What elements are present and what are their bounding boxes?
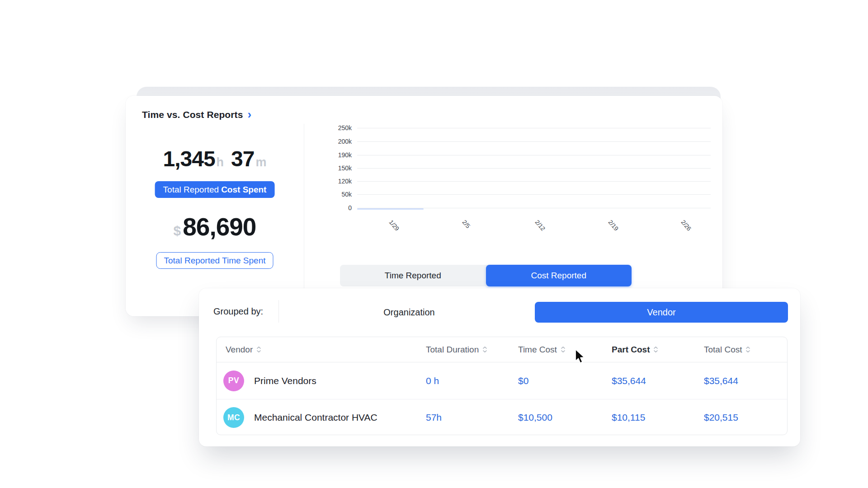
y-axis-tick: 120k — [320, 178, 352, 185]
vendor-cell: MC Mechanical Contractor HVAC — [217, 407, 426, 428]
column-label: Time Cost — [518, 345, 557, 355]
column-header-time-cost[interactable]: Time Cost — [518, 345, 612, 355]
badge-prefix-text: Total Reported — [163, 185, 219, 195]
grouped-by-label: Grouped by: — [213, 306, 263, 317]
report-type-toggle: Time Reported Cost Reported — [340, 265, 632, 286]
y-axis-tick: 190k — [320, 151, 352, 159]
vertical-divider — [278, 300, 279, 323]
grouped-by-header: Grouped by: Organization Vendor — [199, 288, 800, 335]
part-cost-value: $35,644 — [612, 375, 704, 386]
gridline — [357, 155, 711, 155]
time-cost-value: $0 — [518, 375, 612, 386]
total-duration-value: 0 h — [426, 375, 518, 386]
total-duration-value: 57h — [426, 412, 518, 423]
sort-icon — [561, 346, 566, 353]
total-cost-stat: $ 86,690 — [126, 212, 304, 241]
table-row[interactable]: PV Prime Vendors 0 h $0 $35,644 $35,644 — [217, 362, 787, 399]
sort-icon — [745, 346, 750, 353]
column-label: Total Cost — [704, 345, 742, 355]
dashboard-screen: Time vs. Cost Reports › 1,345 h 37 m Tot… — [0, 0, 868, 488]
x-axis-tick: 2/19 — [607, 219, 620, 232]
column-header-total-cost[interactable]: Total Cost — [704, 345, 787, 355]
badge-bold-text: Cost Spent — [221, 185, 266, 195]
grouped-report-card: Grouped by: Organization Vendor Vendor T… — [199, 288, 800, 446]
x-axis-tick: 2/5 — [461, 219, 472, 230]
total-time-stat: 1,345 h 37 m — [126, 146, 304, 171]
cost-reported-tab[interactable]: Cost Reported — [486, 265, 632, 286]
column-label: Part Cost — [612, 345, 650, 355]
column-label: Total Duration — [426, 345, 479, 355]
x-axis-tick: 2/12 — [534, 219, 547, 232]
y-axis-tick: 200k — [320, 138, 352, 145]
vendor-cost-table: Vendor Total Duration Time Cost Part Cos… — [216, 337, 788, 435]
group-by-organization-tab[interactable]: Organization — [289, 302, 529, 323]
mouse-cursor-icon — [572, 348, 586, 365]
sort-icon — [482, 346, 487, 353]
avatar: MC — [223, 407, 244, 428]
time-vs-cost-report-card: Time vs. Cost Reports › 1,345 h 37 m Tot… — [126, 96, 722, 316]
total-cost-value: $20,515 — [704, 412, 787, 423]
cost-series-line — [357, 208, 424, 210]
cost-value: 86,690 — [183, 212, 256, 241]
vendor-name: Prime Vendors — [254, 375, 316, 386]
sort-icon — [653, 346, 658, 353]
gridline — [357, 194, 711, 195]
minutes-unit: m — [256, 155, 267, 169]
vendor-cell: PV Prime Vendors — [217, 371, 426, 391]
column-header-part-cost[interactable]: Part Cost — [612, 345, 704, 355]
minutes-value: 37 — [231, 146, 254, 171]
total-cost-value: $35,644 — [704, 375, 787, 386]
y-axis-tick: 50k — [320, 191, 352, 198]
sort-icon — [256, 346, 261, 353]
time-cost-value: $10,500 — [518, 412, 612, 423]
gridline — [357, 141, 711, 142]
time-reported-tab[interactable]: Time Reported — [340, 265, 486, 286]
group-by-vendor-tab[interactable]: Vendor — [535, 302, 788, 323]
gridline — [357, 181, 711, 182]
vendor-name: Mechanical Contractor HVAC — [254, 412, 377, 423]
avatar: PV — [223, 371, 244, 391]
table-row[interactable]: MC Mechanical Contractor HVAC 57h $10,50… — [217, 399, 787, 435]
x-axis-tick: 2/26 — [680, 219, 693, 232]
table-header-row: Vendor Total Duration Time Cost Part Cos… — [217, 337, 787, 362]
column-header-vendor[interactable]: Vendor — [217, 345, 426, 355]
column-label: Vendor — [226, 345, 253, 355]
total-reported-cost-spent-button[interactable]: Total Reported Cost Spent — [155, 181, 275, 198]
part-cost-value: $10,115 — [612, 412, 704, 423]
report-chart: 250k 200k 190k 150k 120k 50k 0 1/29 2/5 … — [304, 96, 722, 316]
y-axis-tick: 150k — [320, 164, 352, 172]
y-axis-tick: 250k — [320, 124, 352, 131]
summary-stats-pane: 1,345 h 37 m Total Reported Cost Spent $… — [126, 96, 304, 316]
hours-value: 1,345 — [163, 146, 215, 171]
x-axis-tick: 1/29 — [388, 219, 401, 232]
gridline — [357, 168, 711, 169]
column-header-total-duration[interactable]: Total Duration — [426, 345, 518, 355]
currency-symbol: $ — [174, 223, 181, 239]
hours-unit: h — [217, 155, 224, 169]
gridline — [357, 128, 711, 128]
y-axis-tick: 0 — [320, 204, 352, 211]
total-reported-time-spent-button[interactable]: Total Reported Time Spent — [156, 252, 274, 269]
